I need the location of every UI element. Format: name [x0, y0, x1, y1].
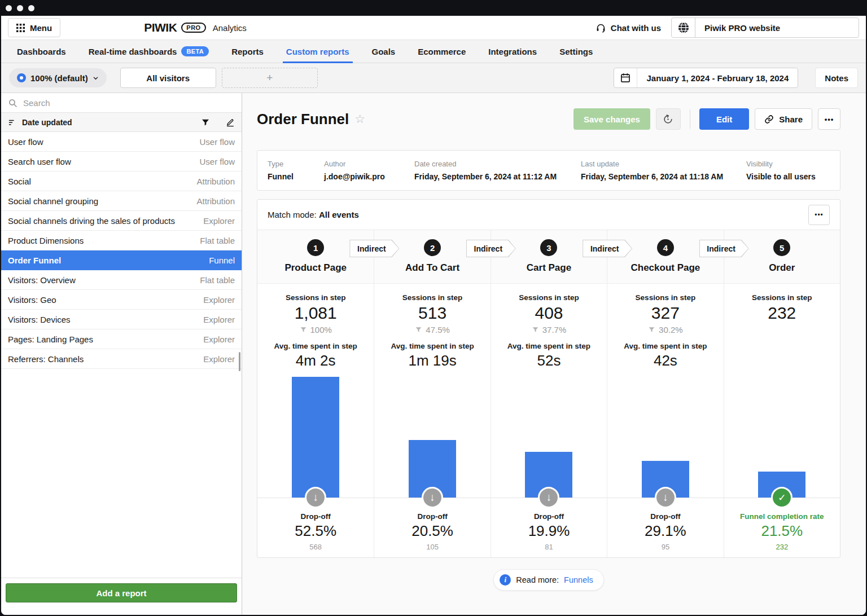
nav-tab-settings[interactable]: Settings	[548, 40, 604, 63]
site-selector[interactable]: Piwik PRO website	[671, 17, 859, 38]
sidebar-item-product-dimensions[interactable]: Product DimensionsFlat table	[1, 231, 242, 250]
nav-tab-label: Goals	[372, 47, 396, 56]
chevron-down-icon	[93, 75, 99, 81]
sort-icon[interactable]	[8, 118, 16, 126]
edit-button[interactable]: Edit	[699, 108, 749, 130]
read-more-pill[interactable]: i Read more: Funnels	[493, 569, 603, 591]
dropoff-percent: 20.5%	[374, 522, 490, 540]
report-name: Referrers: Channels	[8, 354, 84, 364]
dropoff-label: Drop-off	[491, 512, 607, 521]
nav-tab-goals[interactable]: Goals	[361, 40, 407, 63]
app-window: Menu PIWIK PRO Analytics Chat with us	[0, 0, 867, 616]
report-type: Explorer	[203, 295, 235, 305]
ellipsis-icon: •••	[815, 211, 824, 219]
nav-tab-dashboards[interactable]: Dashboards	[6, 40, 77, 63]
notes-button[interactable]: Notes	[815, 68, 858, 88]
window-controls[interactable]	[6, 5, 34, 11]
window-control-dot[interactable]	[28, 5, 34, 11]
filter-bar: 100% (default) All visitors + January 1,…	[1, 63, 866, 93]
sidebar-item-pages-landing-pages[interactable]: Pages: Landing PagesExplorer	[1, 329, 242, 349]
step-bar-area: ↓	[491, 367, 607, 498]
ellipsis-icon: •••	[825, 115, 834, 124]
dropoff-percent: 29.1%	[607, 522, 723, 540]
sidebar-item-visitors-overview[interactable]: Visitors: OverviewFlat table	[1, 270, 242, 290]
step-stats: Sessions in step 1,081100%Avg. time spen…	[257, 284, 374, 367]
report-type: Attribution	[196, 177, 235, 186]
report-type: Flat table	[200, 236, 235, 245]
sidebar-item-visitors-devices[interactable]: Visitors: DevicesExplorer	[1, 310, 242, 329]
sidebar-item-user-flow[interactable]: User flowUser flow	[1, 132, 242, 152]
sessions-percent: 30.2%	[607, 325, 723, 335]
step-bar-area: ↓	[607, 367, 723, 498]
report-type: User flow	[199, 157, 235, 166]
page-title: Order Funnel	[257, 111, 349, 128]
add-segment-button[interactable]: +	[222, 68, 318, 88]
sidebar-item-order-funnel[interactable]: Order FunnelFunnel	[1, 250, 242, 270]
step-name: Checkout Page	[630, 262, 700, 274]
piwik-pro-logo: PIWIK PRO Analytics	[144, 21, 247, 34]
segment-label: All visitors	[146, 73, 190, 83]
funnel-step-product-page: 1 Product Page Sessions in step 1,081100…	[257, 230, 374, 557]
chat-with-us-button[interactable]: Chat with us	[595, 23, 661, 33]
filter-icon[interactable]	[201, 118, 210, 127]
sort-label[interactable]: Date updated	[22, 118, 195, 127]
segment-all-visitors-button[interactable]: All visitors	[120, 68, 216, 88]
window-control-dot[interactable]	[17, 5, 23, 11]
sidebar-item-search-user-flow[interactable]: Search user flowUser flow	[1, 152, 242, 171]
edit-pencil-icon[interactable]	[226, 118, 235, 127]
report-name: Social	[8, 177, 31, 186]
report-name: User flow	[8, 137, 43, 147]
dropoff-arrow-icon: ↓	[305, 487, 326, 508]
sidebar-item-referrers-channels[interactable]: Referrers: ChannelsExplorer	[1, 349, 242, 369]
completion-label: Funnel completion rate	[724, 512, 840, 521]
step-bar[interactable]	[292, 377, 339, 498]
step-name: Order	[769, 262, 795, 274]
nav-tab-reports[interactable]: Reports	[220, 40, 275, 63]
funnel-step-add-to-cart: Indirect 2 Add To Cart Sessions in step …	[374, 230, 490, 557]
meta-label: Author	[324, 160, 414, 168]
sessions-value: 1,081	[257, 303, 374, 323]
nav-tab-real-time-dashboards[interactable]: Real-time dashboardsBETA	[77, 40, 220, 63]
sidebar-item-visitors-geo[interactable]: Visitors: GeoExplorer	[1, 290, 242, 310]
menu-button[interactable]: Menu	[8, 18, 60, 37]
sample-icon	[17, 73, 26, 82]
sidebar-item-social-channels-driving-the-sales-of-products[interactable]: Social channels driving the sales of pro…	[1, 211, 242, 231]
step-name: Add To Cart	[405, 262, 459, 274]
add-report-button[interactable]: Add a report	[6, 583, 237, 602]
search-row	[1, 93, 242, 113]
logo-pro-badge: PRO	[181, 23, 205, 33]
save-changes-button[interactable]: Save changes	[573, 108, 650, 130]
avg-time-label: Avg. time spent in step	[491, 342, 607, 350]
refresh-button[interactable]	[656, 108, 681, 130]
grid-menu-icon	[16, 24, 25, 32]
avg-time-label: Avg. time spent in step	[374, 342, 490, 350]
funnel-more-button[interactable]: •••	[808, 205, 830, 225]
nav-tab-integrations[interactable]: Integrations	[477, 40, 548, 63]
share-button[interactable]: Share	[755, 108, 812, 130]
sidebar-scrollbar[interactable]	[239, 352, 240, 371]
meta-type: TypeFunnel	[268, 160, 324, 181]
nav-tab-custom-reports[interactable]: Custom reports	[275, 40, 361, 63]
traffic-sample-dropdown[interactable]: 100% (default)	[9, 68, 107, 87]
more-actions-button[interactable]: •••	[818, 108, 840, 130]
sessions-percent: 100%	[257, 325, 374, 335]
report-name: Order Funnel	[8, 256, 61, 265]
sessions-value: 232	[724, 303, 840, 323]
nav-tab-label: Ecommerce	[418, 47, 466, 56]
sidebar-item-social-channel-grouping[interactable]: Social channel groupingAttribution	[1, 191, 242, 211]
link-icon	[764, 115, 774, 124]
date-range-picker[interactable]: January 1, 2024 - February 18, 2024	[614, 68, 798, 88]
sessions-label: Sessions in step	[374, 293, 490, 302]
sidebar-item-social[interactable]: SocialAttribution	[1, 171, 242, 191]
report-name: Pages: Landing Pages	[8, 335, 93, 344]
window-control-dot[interactable]	[6, 5, 12, 11]
nav-tab-ecommerce[interactable]: Ecommerce	[406, 40, 477, 63]
funnel-steps: 1 Product Page Sessions in step 1,081100…	[257, 230, 840, 557]
search-input[interactable]	[23, 98, 235, 108]
favorite-star-icon[interactable]: ☆	[354, 112, 365, 126]
notes-label: Notes	[825, 73, 848, 83]
meta-value: j.doe@piwik.pro	[324, 172, 414, 181]
read-more-link[interactable]: Funnels	[564, 575, 593, 584]
step-number: 2	[424, 239, 441, 256]
connector-label: Indirect	[357, 244, 386, 253]
